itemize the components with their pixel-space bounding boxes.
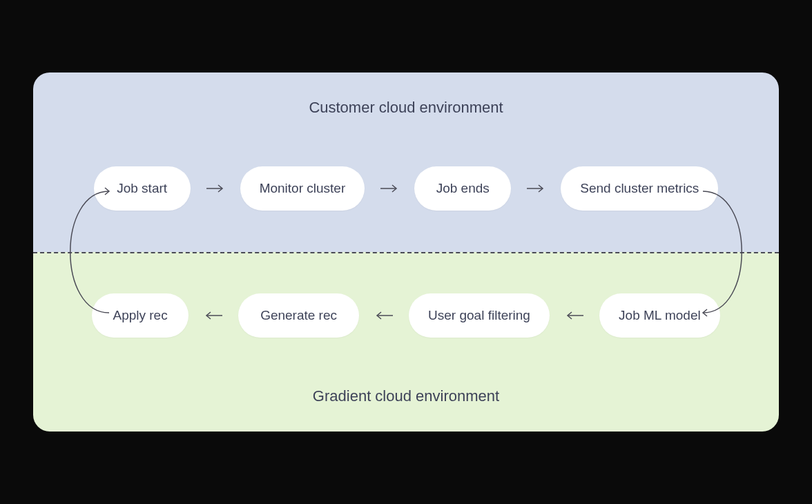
customer-flow-row: Job start Monitor cluster Job ends Send … xyxy=(33,166,779,211)
customer-cloud-section: Customer cloud environment Job start Mon… xyxy=(33,72,779,252)
node-job-start: Job start xyxy=(94,166,191,211)
node-monitor-cluster: Monitor cluster xyxy=(240,166,365,211)
gradient-flow-row: Apply rec Generate rec User goal filteri… xyxy=(33,293,779,338)
arrow-right-icon xyxy=(206,184,225,193)
gradient-cloud-section: Apply rec Generate rec User goal filteri… xyxy=(33,252,779,432)
node-job-ends: Job ends xyxy=(414,166,511,211)
arrow-left-icon xyxy=(204,311,223,320)
node-job-ml-model: Job ML model xyxy=(599,293,720,338)
arrow-left-icon xyxy=(374,311,394,320)
arrow-right-icon xyxy=(380,184,399,193)
node-user-goal-filtering: User goal filtering xyxy=(409,293,550,338)
arrow-left-icon xyxy=(565,311,584,320)
customer-cloud-title: Customer cloud environment xyxy=(33,99,779,117)
node-send-metrics: Send cluster metrics xyxy=(561,166,718,211)
node-generate-rec: Generate rec xyxy=(238,293,359,338)
arrow-right-icon xyxy=(526,184,545,193)
gradient-cloud-title: Gradient cloud environment xyxy=(33,387,779,405)
architecture-diagram: Customer cloud environment Job start Mon… xyxy=(33,72,779,432)
section-divider xyxy=(33,252,779,253)
node-apply-rec: Apply rec xyxy=(92,293,188,338)
